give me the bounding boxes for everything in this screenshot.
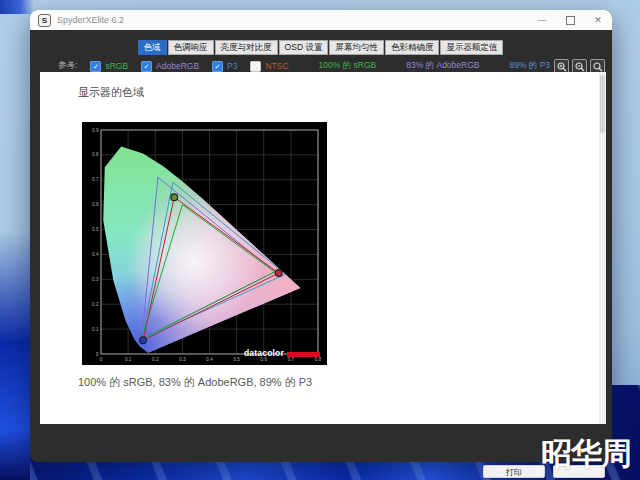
maximize-button[interactable] [556,10,584,30]
y-tick-label: 0.8 [92,152,99,157]
cie-chromaticity-chart: 00.10.20.30.40.50.60.70.80.900.10.20.30.… [82,122,327,365]
gamut-stat: 100% 的 sRGB [319,60,377,72]
tab-色彩精确度[interactable]: 色彩精确度 [385,40,440,55]
checkbox-checked-icon[interactable]: ✓ [141,61,152,72]
app-window: S SpyderXElite 6.2 — ✕ 色域色调响应亮度与对比度OSD 设… [30,10,612,462]
measured-point-blue-primary [140,337,147,344]
x-tick-label: 0.5 [233,357,240,362]
checkbox-unchecked-icon[interactable]: ✓ [250,61,261,72]
x-tick-label: 0.2 [152,357,159,362]
checkbox-checked-icon[interactable]: ✓ [212,61,223,72]
close-button[interactable]: ✕ [584,10,612,30]
y-tick-label: 0.3 [92,277,99,282]
vertical-scrollbar[interactable] [599,72,606,424]
measured-point-red-primary [275,270,282,277]
zoom-out-magnifier-icon [575,62,585,72]
reference-option-NTSC[interactable]: ✓NTSC [250,61,288,72]
datacolor-logo-text: datacolor [244,348,284,358]
tab-bar: 色域色调响应亮度与对比度OSD 设置屏幕均匀性色彩精确度显示器额定值 [30,40,612,55]
tab-显示器额定值[interactable]: 显示器额定值 [440,40,503,55]
print-button[interactable]: 打印 [483,465,545,478]
measured-point-green-primary [171,194,178,201]
chart-heading: 显示器的色域 [78,85,144,100]
gamut-stats: 100% 的 sRGB83% 的 AdobeRGB89% 的 P3 [289,60,551,72]
x-tick-label: 0.4 [206,357,213,362]
tab-色调响应[interactable]: 色调响应 [168,40,214,55]
reference-row: 参考: ✓sRGB✓AdobeRGB✓P3✓NTSC 100% 的 sRGB83… [30,59,612,73]
tab-色域[interactable]: 色域 [138,40,167,55]
reference-option-AdobeRGB[interactable]: ✓AdobeRGB [141,61,199,72]
gamut-stat: 89% 的 P3 [509,60,550,72]
wallpaper-left-band [0,230,30,480]
x-tick-label: 0 [100,357,103,362]
x-tick-label: 0.1 [125,357,132,362]
x-tick-label: 0.3 [179,357,186,362]
spectral-locus-layer-3 [103,146,300,352]
gamut-summary-caption: 100% 的 sRGB, 83% 的 AdobeRGB, 89% 的 P3 [78,375,312,390]
window-body: 色域色调响应亮度与对比度OSD 设置屏幕均匀性色彩精确度显示器额定值 参考: ✓… [30,30,612,462]
y-tick-label: 0.1 [92,327,99,332]
app-icon: S [38,14,51,27]
maximize-icon [566,16,575,25]
reference-option-label: P3 [227,61,237,71]
minimize-button[interactable]: — [528,10,556,30]
zoom-reset-magnifier-icon [593,62,603,72]
window-title: SpyderXElite 6.2 [57,15,124,25]
y-tick-label: 0.6 [92,202,99,207]
reference-option-label: sRGB [105,61,128,71]
reference-option-P3[interactable]: ✓P3 [212,61,237,72]
tab-亮度与对比度[interactable]: 亮度与对比度 [215,40,278,55]
titlebar[interactable]: S SpyderXElite 6.2 — ✕ [30,10,612,31]
wallpaper-topleft [0,0,34,14]
window-controls: — ✕ [528,10,612,30]
datacolor-logo: datacolor [244,348,320,358]
y-tick-label: 0 [96,352,99,357]
reference-option-sRGB[interactable]: ✓sRGB [90,61,128,72]
watermark-text: 昭华周 [541,433,631,475]
reference-label: 参考: [58,60,77,72]
scrollbar-thumb[interactable] [600,75,605,133]
y-tick-label: 0.9 [92,128,99,133]
checkbox-checked-icon[interactable]: ✓ [90,61,101,72]
reference-options: ✓sRGB✓AdobeRGB✓P3✓NTSC [77,61,288,72]
gamut-stat: 83% 的 AdobeRGB [406,60,479,72]
content-panel: 显示器的色域 [40,72,606,424]
datacolor-logo-bar [287,352,320,357]
reference-option-label: AdobeRGB [156,61,199,71]
reference-option-label: NTSC [265,61,288,71]
zoom-in-magnifier-icon [557,62,567,72]
y-tick-label: 0.2 [92,302,99,307]
cie-chart-svg: 00.10.20.30.40.50.60.70.80.900.10.20.30.… [82,122,327,365]
y-tick-label: 0.4 [92,252,99,257]
y-tick-label: 0.7 [92,177,99,182]
y-tick-label: 0.5 [92,227,99,232]
tab-OSD 设置[interactable]: OSD 设置 [279,40,329,55]
tab-屏幕均匀性[interactable]: 屏幕均匀性 [329,40,384,55]
desktop: S SpyderXElite 6.2 — ✕ 色域色调响应亮度与对比度OSD 设… [0,0,640,480]
